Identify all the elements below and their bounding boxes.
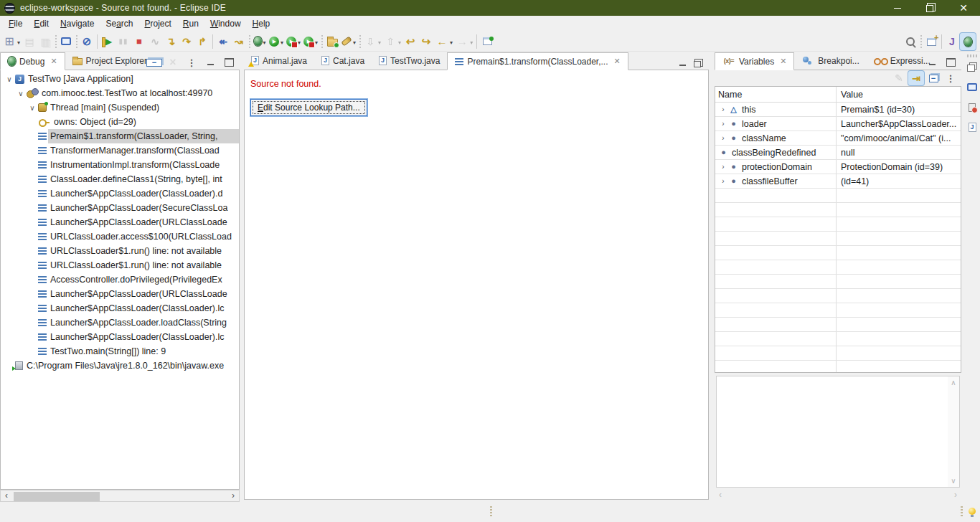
drop-to-frame-button[interactable]: [215, 33, 231, 50]
window-minimize-button[interactable]: [881, 0, 914, 16]
search-flashlight-button[interactable]: [340, 33, 357, 50]
dropdown-arrow-icon[interactable]: [17, 37, 20, 47]
save-button[interactable]: [22, 33, 37, 50]
debug-tree-item[interactable]: C:\Program Files\Java\jre1.8.0_162\bin\j…: [1, 359, 239, 373]
save-all-button[interactable]: [37, 33, 53, 50]
debug-tree-item[interactable]: TransformerManager.transform(ClassLoad: [1, 143, 239, 158]
view-toolbar-button[interactable]: [164, 54, 182, 71]
debug-tree-item[interactable]: InstrumentationImpl.transform(ClassLoade: [1, 158, 239, 172]
scroll-right-icon[interactable]: ›: [227, 490, 239, 502]
tab-close-icon[interactable]: ✕: [50, 57, 57, 66]
disconnect-button[interactable]: [147, 33, 163, 50]
pause-button[interactable]: [116, 33, 131, 50]
forward-button[interactable]: [454, 33, 474, 50]
window-restore-button[interactable]: [914, 0, 947, 16]
debug-tree-item[interactable]: Launcher$AppClassLoader(URLClassLoade: [1, 287, 239, 301]
column-header-value[interactable]: Value: [836, 87, 961, 102]
scroll-down-icon[interactable]: ∨: [951, 475, 956, 487]
debug-tree-item[interactable]: Launcher$AppClassLoader(ClassLoader).d: [1, 186, 239, 201]
dropdown-arrow-icon[interactable]: [298, 37, 301, 47]
variable-detail-pane[interactable]: ∧ ∨: [716, 376, 960, 488]
strip-drag-handle[interactable]: [967, 54, 977, 57]
debug-tree-item[interactable]: Launcher$AppClassLoader.loadClass(String: [1, 315, 239, 330]
window-close-button[interactable]: ✕: [947, 0, 980, 16]
debug-tree-item[interactable]: AccessController.doPrivileged(Privileged…: [1, 272, 239, 287]
variable-row[interactable]: › this Premain$1 (id=30): [715, 103, 961, 117]
debug-tree-item[interactable]: owns: Object (id=29): [1, 115, 239, 129]
view-toolbar-button[interactable]: [201, 54, 220, 71]
view-toolbar-button[interactable]: [891, 71, 907, 85]
dropdown-arrow-icon[interactable]: [353, 37, 356, 47]
terminate-button[interactable]: [131, 33, 147, 50]
view-maximize-button[interactable]: [941, 54, 960, 71]
tree-expander-icon[interactable]: ∨: [27, 104, 38, 112]
debug-tree-item[interactable]: Premain$1.transform(ClassLoader, String,: [1, 129, 239, 143]
dropdown-arrow-icon[interactable]: [450, 37, 453, 47]
view-tab[interactable]: Breakpoi...: [794, 52, 866, 70]
debug-perspective-button[interactable]: [960, 33, 976, 50]
editor-tab[interactable]: Premain$1.transform(ClassLoader,... ✕: [447, 52, 628, 70]
debug-tree-item[interactable]: ∨ com.imooc.test.TestTwo at localhost:49…: [1, 86, 239, 100]
debug-tree-item[interactable]: URLClassLoader.access$100(URLClassLoad: [1, 229, 239, 244]
step-over-button[interactable]: [179, 33, 194, 50]
editor-restore-button[interactable]: [690, 54, 706, 72]
open-folder-button[interactable]: [324, 33, 340, 50]
debug-tree-item[interactable]: URLClassLoader$1.run() line: not availab…: [1, 244, 239, 258]
editor-tab[interactable]: Animal.java: [244, 52, 314, 70]
view-toolbar-button[interactable]: [943, 71, 958, 85]
menu-item[interactable]: Search: [100, 17, 138, 30]
variable-row[interactable]: › className "com/imooc/animal/Cat" (i...: [715, 131, 961, 146]
minimized-view-button[interactable]: [964, 122, 980, 139]
scroll-up-icon[interactable]: ∧: [951, 376, 956, 389]
view-tab[interactable]: Debug ✕: [0, 52, 65, 70]
search-magnifier-button[interactable]: [903, 33, 918, 50]
column-header-name[interactable]: Name: [715, 87, 836, 102]
view-toolbar-button[interactable]: [182, 54, 201, 71]
scrollbar-thumb[interactable]: [14, 492, 100, 501]
tree-expander-icon[interactable]: ∨: [15, 90, 27, 98]
menu-item[interactable]: Edit: [28, 17, 55, 30]
run-button[interactable]: [268, 33, 285, 50]
last-edit-location-button[interactable]: [402, 33, 418, 50]
tree-expander-icon[interactable]: ›: [718, 163, 728, 171]
prev-annotation-button[interactable]: [382, 33, 402, 50]
menu-item[interactable]: Help: [247, 17, 276, 30]
dropdown-arrow-icon[interactable]: [263, 37, 266, 47]
step-into-button[interactable]: [163, 33, 179, 50]
view-minimize-button[interactable]: [923, 54, 941, 71]
menu-item[interactable]: File: [3, 17, 28, 30]
statusbar-drag-handle[interactable]: [490, 506, 492, 518]
dropdown-arrow-icon[interactable]: [315, 37, 318, 47]
open-perspective-button[interactable]: [923, 33, 939, 50]
scroll-right-icon[interactable]: ›: [950, 490, 961, 500]
editor-tab[interactable]: TestTwo.java: [372, 52, 447, 70]
tree-expander-icon[interactable]: ›: [718, 105, 728, 113]
minimized-view-button[interactable]: [964, 82, 980, 99]
back-button[interactable]: [434, 33, 454, 50]
dropdown-arrow-icon[interactable]: [378, 37, 381, 47]
view-toolbar-button[interactable]: [908, 71, 924, 85]
debug-tree-item[interactable]: TestTwo.main(String[]) line: 9: [1, 344, 239, 359]
resume-button[interactable]: [100, 33, 116, 50]
minimized-view-button[interactable]: [964, 102, 980, 119]
scroll-left-icon[interactable]: ‹: [715, 490, 726, 500]
tree-expander-icon[interactable]: ›: [718, 134, 728, 142]
next-annotation-button[interactable]: [362, 33, 382, 50]
tab-close-icon[interactable]: ✕: [614, 57, 621, 66]
debug-horizontal-scrollbar[interactable]: ‹ ›: [0, 490, 240, 502]
editor-tab[interactable]: Cat.java: [314, 52, 372, 70]
variables-horizontal-scrollbar[interactable]: ‹ ›: [715, 490, 961, 500]
tab-close-icon[interactable]: ✕: [780, 57, 786, 66]
debug-tree-item[interactable]: ClassLoader.defineClass1(String, byte[],…: [1, 172, 239, 186]
view-tab[interactable]: Variables ✕: [715, 52, 794, 70]
view-tab[interactable]: Project Explorer: [65, 52, 154, 70]
dropdown-arrow-icon[interactable]: [281, 37, 283, 47]
skip-breakpoints-button[interactable]: [79, 33, 95, 50]
editor-minimize-button[interactable]: [674, 54, 690, 72]
statusbar-drag-handle[interactable]: [961, 506, 963, 518]
view-toolbar-button[interactable]: [145, 54, 164, 71]
view-toolbar-button[interactable]: [220, 54, 238, 71]
java-perspective-button[interactable]: [944, 33, 960, 50]
tree-expander-icon[interactable]: ∨: [4, 75, 15, 83]
tree-expander-icon[interactable]: ›: [718, 120, 728, 128]
